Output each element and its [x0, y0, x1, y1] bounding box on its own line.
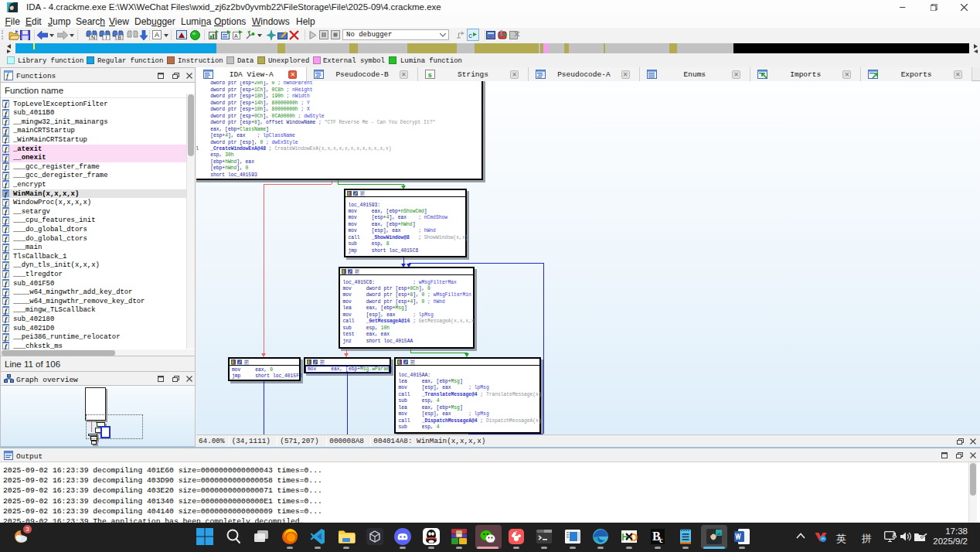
svg-text:?: ? — [489, 34, 493, 40]
svg-text:c: c — [468, 32, 472, 40]
svg-text:B: B — [117, 35, 121, 40]
svg-text:N: N — [91, 35, 95, 40]
svg-text:D: D — [630, 531, 638, 543]
svg-text:A: A — [234, 33, 238, 39]
svg-text:H: H — [621, 532, 628, 543]
svg-text:c: c — [659, 535, 663, 544]
svg-text:I: I — [106, 35, 107, 40]
